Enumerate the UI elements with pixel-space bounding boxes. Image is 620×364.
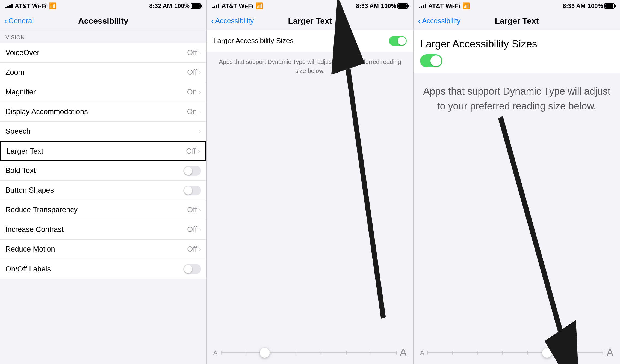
vision-settings-group: VoiceOver Off › Zoom Off › Magnifier On … (0, 43, 206, 279)
chevron-icon: › (199, 49, 201, 56)
list-item[interactable]: Reduce Transparency Off › (0, 200, 206, 220)
toggle-knob (184, 167, 192, 175)
chevron-icon: › (199, 207, 201, 214)
zoom-value: Off (187, 68, 197, 77)
status-bar-panel1: AT&T Wi-Fi 📶 8:32 AM 100% (0, 0, 206, 12)
wifi-icon-p2: 📶 (256, 2, 263, 10)
display-value: On (187, 108, 197, 116)
list-item[interactable]: Zoom Off › (0, 63, 206, 82)
larger-text-value: Off (186, 147, 196, 156)
battery-percent-p2: 100% (381, 2, 396, 10)
font-size-slider-row-p3: A A (414, 341, 620, 364)
slider-thumb-p3[interactable] (542, 348, 552, 358)
slider-thumb[interactable] (260, 348, 270, 358)
description-text-p2: Apps that support Dynamic Type will adju… (207, 52, 413, 81)
status-right: 8:32 AM 100% (149, 2, 201, 10)
panel-larger-text-zoom: AT&T Wi-Fi 📶 8:33 AM 100% ‹ Accessibilit… (414, 0, 620, 364)
row-right-speech: › (199, 128, 201, 135)
list-item[interactable]: Speech › (0, 122, 206, 141)
tick (321, 351, 321, 355)
list-item-larger-text[interactable]: Larger Text Off › (0, 141, 206, 161)
tick (271, 351, 271, 355)
chevron-icon: › (198, 148, 200, 155)
back-chevron-icon-p3: ‹ (418, 16, 421, 26)
battery-p2: 100% (381, 2, 408, 10)
slider-track-p3[interactable] (427, 352, 603, 353)
row-label-voiceover: VoiceOver (5, 49, 40, 57)
row-label-reduce-motion: Reduce Motion (5, 245, 55, 253)
status-right-p2: 8:33 AM 100% (356, 2, 408, 10)
tick (396, 351, 397, 355)
tick (553, 351, 553, 355)
bold-text-toggle[interactable] (183, 166, 201, 176)
slider-track[interactable] (221, 352, 397, 353)
back-button-panel1[interactable]: ‹ General (4, 16, 34, 26)
large-description-text: Apps that support Dynamic Type will adju… (422, 84, 612, 114)
tick (502, 351, 503, 355)
row-label-bold-text: Bold Text (5, 166, 36, 175)
status-left-p3: AT&T Wi-Fi 📶 (419, 2, 470, 10)
list-item[interactable]: VoiceOver Off › (0, 43, 206, 63)
list-item[interactable]: Increase Contrast Off › (0, 220, 206, 240)
battery-percent: 100% (174, 2, 190, 10)
tick (346, 351, 347, 355)
battery-fill-p2 (398, 4, 407, 8)
list-item[interactable]: Bold Text (0, 161, 206, 181)
chevron-icon: › (199, 89, 201, 96)
toggle-knob (184, 265, 192, 273)
back-button-panel3[interactable]: ‹ Accessibility (418, 16, 460, 26)
chevron-icon: › (199, 128, 201, 135)
slider-small-a-p3: A (420, 349, 424, 356)
toggle-knob (184, 186, 192, 195)
time-label-p2: 8:33 AM (356, 2, 379, 10)
row-label-reduce-transparency: Reduce Transparency (5, 206, 78, 214)
row-right-reduce-transparency: Off › (187, 206, 201, 214)
list-item[interactable]: Reduce Motion Off › (0, 240, 206, 259)
carrier-label: AT&T Wi-Fi (15, 2, 47, 10)
row-right-magnifier: On › (187, 88, 201, 96)
chevron-icon: › (199, 69, 201, 76)
accessibility-sizes-toggle-large[interactable] (420, 54, 442, 67)
time-label-p3: 8:33 AM (563, 2, 586, 10)
reduce-transparency-value: Off (187, 206, 197, 214)
carrier-label-p3: AT&T Wi-Fi (428, 2, 460, 10)
list-item[interactable]: On/Off Labels (0, 259, 206, 279)
carrier-label-p2: AT&T Wi-Fi (222, 2, 253, 10)
vision-section-header: VISION (0, 30, 206, 43)
wifi-icon: 📶 (49, 2, 56, 10)
back-button-panel2[interactable]: ‹ Accessibility (211, 16, 254, 26)
tick (477, 351, 478, 355)
accessibility-sizes-row[interactable]: Larger Accessibility Sizes (207, 30, 413, 52)
row-label-onoff-labels: On/Off Labels (5, 265, 51, 273)
battery-fill (192, 4, 200, 8)
tick (371, 351, 371, 355)
spacer-p2 (207, 81, 413, 341)
onoff-labels-toggle[interactable] (183, 264, 201, 274)
list-item[interactable]: Display Accommodations On › (0, 102, 206, 122)
row-label-speech: Speech (5, 127, 31, 136)
list-item[interactable]: Magnifier On › (0, 82, 206, 102)
battery-p3: 100% (588, 2, 615, 10)
tick (603, 351, 603, 355)
status-bar-panel3: AT&T Wi-Fi 📶 8:33 AM 100% (414, 0, 620, 12)
row-label-display-accommodations: Display Accommodations (5, 108, 88, 116)
list-item[interactable]: Button Shapes (0, 181, 206, 200)
button-shapes-toggle[interactable] (183, 186, 201, 195)
signal-bars (5, 4, 13, 8)
battery-outline (191, 3, 201, 9)
status-left-p2: AT&T Wi-Fi 📶 (212, 2, 263, 10)
row-label-button-shapes: Button Shapes (5, 186, 54, 195)
magnifier-value: On (187, 88, 197, 96)
page-title-panel1: Accessibility (78, 16, 128, 26)
nav-bar-panel2: ‹ Accessibility Larger Text (207, 12, 413, 30)
settings-list: VISION VoiceOver Off › Zoom Off › Magnif… (0, 30, 206, 364)
panel-accessibility-list: AT&T Wi-Fi 📶 8:32 AM 100% ‹ General Acce… (0, 0, 207, 364)
large-text-section: Larger Accessibility Sizes (414, 30, 620, 73)
row-right-reduce-motion: Off › (187, 245, 201, 253)
status-right-p3: 8:33 AM 100% (563, 2, 615, 10)
accessibility-sizes-toggle[interactable] (389, 36, 407, 46)
wifi-icon-p3: 📶 (462, 2, 470, 10)
tick (221, 351, 222, 355)
status-left: AT&T Wi-Fi 📶 (5, 2, 56, 10)
row-right-increase-contrast: Off › (187, 225, 201, 234)
